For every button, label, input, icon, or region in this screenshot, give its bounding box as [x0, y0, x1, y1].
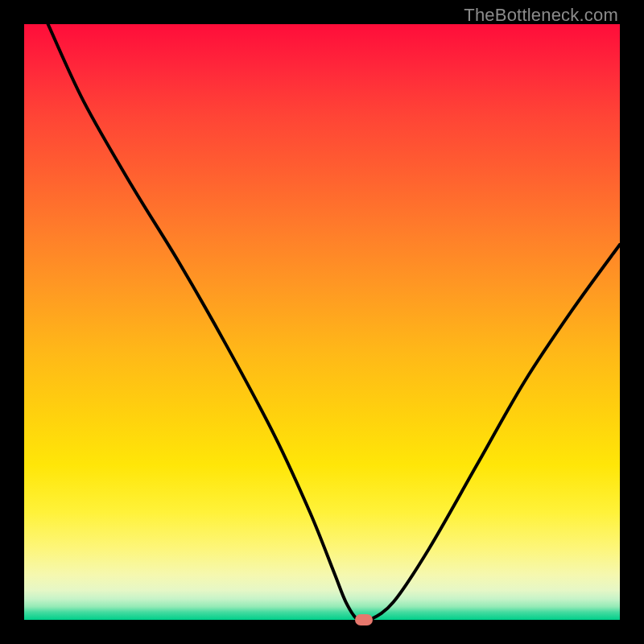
attribution-text: TheBottleneck.com: [464, 5, 618, 26]
curve-path: [48, 24, 620, 620]
optimum-marker: [355, 614, 373, 625]
chart-frame: TheBottleneck.com: [0, 0, 644, 644]
bottleneck-curve: [24, 24, 620, 620]
chart-plot-area: [24, 24, 620, 620]
